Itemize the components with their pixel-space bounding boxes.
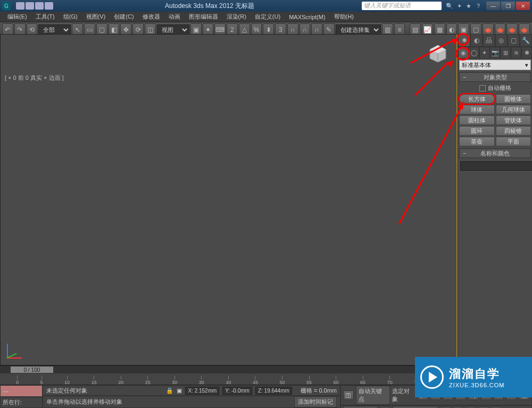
command-panel: ✹ ◐ 品 ◎ ▢ 🔧 ◉ ◯ ✦ 📷 ⊞ ≋ ✱ 标准基本体 ▾ − 对象类型…	[458, 34, 532, 365]
key-icon[interactable]: ⚿	[343, 390, 354, 400]
cameras-button[interactable]: 📷	[490, 47, 501, 59]
menu-help[interactable]: 帮助(H)	[330, 13, 358, 21]
rollout-name-color[interactable]: − 名称和颜色	[459, 148, 531, 158]
create-tab[interactable]: ✹	[458, 34, 470, 47]
named-selection-set[interactable]: 创建选择集	[336, 24, 381, 35]
qa-btn[interactable]	[26, 2, 34, 10]
geometry-button[interactable]: ◉	[458, 47, 469, 59]
favorite-icon[interactable]: ★	[465, 2, 472, 10]
geosphere-button[interactable]: 几何球体	[496, 105, 531, 114]
menu-modifiers[interactable]: 修改器	[138, 13, 164, 21]
axis-tripod	[7, 337, 28, 359]
rollout-title: 名称和颜色	[480, 149, 510, 157]
modify-tab[interactable]: ◐	[470, 34, 483, 47]
setkey-button[interactable]: 设置关键点	[343, 406, 378, 408]
menu-group[interactable]: 组(G)	[59, 13, 82, 21]
cone-button[interactable]: 圆锥体	[496, 94, 531, 104]
selection-status: 未选定任何对象	[46, 387, 87, 395]
close-button[interactable]: ✕	[516, 2, 530, 10]
time-slider-handle[interactable]: 0 / 100	[11, 367, 53, 373]
systems-button[interactable]: ✱	[521, 47, 532, 59]
display-tab[interactable]: ▢	[508, 34, 520, 47]
coord-x[interactable]: X: 2.152mm	[185, 387, 219, 395]
viewport[interactable]: [ + 0 前 0 真实 + 边面 ]	[0, 34, 458, 365]
lock-icon[interactable]: 🔒	[166, 387, 173, 394]
play-logo-icon	[420, 365, 444, 389]
menu-view[interactable]: 视图(V)	[82, 13, 110, 21]
menu-create[interactable]: 创建(C)	[110, 13, 138, 21]
search-icon[interactable]: 🔍	[446, 2, 453, 10]
qa-btn[interactable]	[45, 2, 53, 10]
ref-coord[interactable]: 视图	[157, 24, 189, 35]
lights-button[interactable]: ✦	[479, 47, 490, 59]
menu-tools[interactable]: 工具(T)	[31, 13, 59, 21]
help-icon[interactable]: ?	[475, 2, 482, 10]
isolate-icon[interactable]: ▣	[177, 387, 182, 394]
qa-btn[interactable]	[16, 2, 24, 10]
coord-z[interactable]: Z: 19.644mm	[255, 387, 292, 395]
cylinder-button[interactable]: 圆柱体	[459, 115, 495, 125]
watermark: 溜溜自学 ZIXUE.3D66.COM	[415, 357, 532, 397]
box-button[interactable]: 长方体	[459, 94, 495, 104]
watermark-brand: 溜溜自学	[449, 366, 504, 382]
selkey-dropdown[interactable]: 选定对象	[392, 387, 415, 403]
title-bar: G Autodesk 3ds Max 2012 无标题 键入关键字或短语 🔍 ✦…	[0, 0, 532, 12]
add-time-tag[interactable]: 添加时间标记	[294, 396, 337, 407]
menu-grapheditors[interactable]: 图形编辑器	[185, 13, 222, 21]
autokey-button[interactable]: 自动关键点	[356, 386, 390, 405]
category-label: 标准基本体	[462, 61, 491, 69]
tool-icon[interactable]: ✦	[455, 2, 463, 10]
menu-animation[interactable]: 动画	[164, 13, 185, 21]
teapot-button[interactable]: 茶壶	[459, 137, 495, 146]
category-dropdown[interactable]: 标准基本体 ▾	[459, 60, 531, 70]
menu-maxscript[interactable]: MAXScript(M)	[285, 14, 329, 20]
object-name-input[interactable]	[460, 161, 532, 171]
shapes-button[interactable]: ◯	[469, 47, 479, 59]
viewport-label[interactable]: [ + 0 前 0 真实 + 边面 ]	[4, 73, 65, 83]
menu-bar: 编辑(E) 工具(T) 组(G) 视图(V) 创建(C) 修改器 动画 图形编辑…	[0, 12, 532, 22]
row-label: 所在行:	[3, 398, 22, 406]
restore-button[interactable]: ❐	[501, 2, 515, 10]
app-icon[interactable]: G	[2, 2, 11, 10]
menu-render[interactable]: 渲染(R)	[222, 13, 251, 21]
spacewarps-button[interactable]: ≋	[511, 47, 521, 59]
rollout-object-type[interactable]: − 对象类型	[459, 72, 531, 82]
rollout-title: 对象类型	[484, 73, 507, 81]
menu-customize[interactable]: 自定义(U)	[251, 13, 285, 21]
selection-filter[interactable]: 全部	[38, 24, 71, 35]
torus-button[interactable]: 圆环	[459, 126, 495, 136]
keyfilter-button[interactable]: 关键点过滤器...	[393, 406, 438, 408]
motion-tab[interactable]: ◎	[495, 34, 508, 47]
utilities-tab[interactable]: 🔧	[520, 34, 532, 47]
helpers-button[interactable]: ⊞	[500, 47, 511, 59]
quick-access	[16, 2, 53, 10]
tube-button[interactable]: 管状体	[496, 115, 531, 125]
maxscript-row[interactable]: —	[3, 388, 9, 394]
menu-edit[interactable]: 编辑(E)	[3, 13, 31, 21]
prompt-line: 单击并拖动以选择并移动对象	[46, 398, 122, 406]
qa-btn[interactable]	[35, 2, 44, 10]
watermark-url: ZIXUE.3D66.COM	[449, 382, 504, 388]
plane-button[interactable]: 平面	[496, 137, 531, 146]
minimize-button[interactable]: —	[486, 2, 500, 10]
pyramid-button[interactable]: 四棱锥	[496, 126, 531, 136]
coord-y[interactable]: Y: -0.0mm	[222, 387, 252, 395]
help-search[interactable]: 键入关键字或短语	[362, 2, 442, 10]
window-title: Autodesk 3ds Max 2012 无标题	[165, 2, 254, 11]
hierarchy-tab[interactable]: 品	[483, 34, 495, 47]
sphere-button[interactable]: 球体	[459, 105, 495, 114]
autogrid-checkbox[interactable]: 自动栅格	[458, 83, 532, 93]
grid-status: 栅格 = 0.0mm	[301, 387, 337, 395]
view-cube[interactable]	[425, 40, 451, 66]
